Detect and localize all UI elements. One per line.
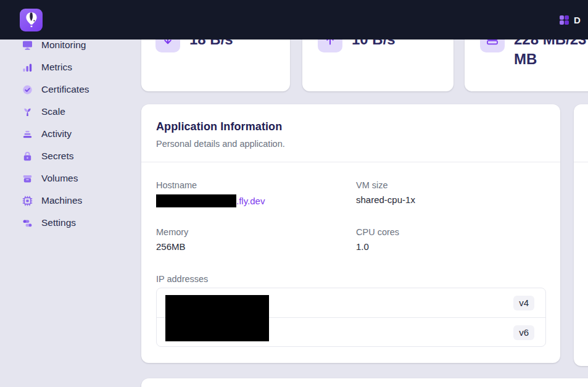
vm-size-field: VM size shared-cpu-1x [356,180,415,205]
hostname-value: .fly.dev [156,194,265,207]
sidebar-item-metrics[interactable]: Metrics [22,60,72,74]
ip-addresses-field: IP addresses [156,274,208,284]
card-header-divider [141,162,560,162]
navbar-right-label[interactable]: D [574,15,581,25]
lock-icon [22,151,33,162]
sidebar-item-label: Metrics [41,62,72,73]
memory-label: Memory [156,227,188,237]
card-title: Application Information [156,120,545,133]
hostname-field: Hostname .fly.dev [156,180,265,207]
navbar-right-group: D [560,15,581,25]
sidebar-item-certificates[interactable]: Certificates [22,83,89,96]
hostname-redacted-value [156,194,236,207]
ip-addresses-label: IP addresses [156,274,208,284]
grid-square [565,20,569,25]
sidebar-item-volumes[interactable]: Volumes [22,172,78,185]
cpu-cores-field: CPU cores 1.0 [356,227,399,252]
card-subtitle: Personal details and application. [156,139,545,149]
fly-balloon-logo-icon [24,12,39,28]
grid-square [560,15,564,20]
cpu-cores-value: 1.0 [356,241,399,252]
top-navbar: D [0,0,588,40]
monitor-icon [22,40,33,51]
sidebar-item-label: Machines [41,195,82,206]
sidebar-item-label: Settings [41,217,76,228]
sidebar-item-label: Activity [41,128,72,139]
check-badge-icon [22,85,33,95]
application-information-card: Application Information Personal details… [141,104,560,363]
sidebar-item-secrets[interactable]: Secrets [22,149,74,163]
sidebar-item-activity[interactable]: Activity [22,127,72,141]
ip-version-badge: v4 [513,296,534,310]
hostname-domain-link[interactable]: .fly.dev [236,196,265,206]
ip-version-badge: v6 [513,325,534,340]
sidebar-item-settings[interactable]: Settings [22,216,76,230]
bar-chart-icon [22,62,33,73]
vm-size-value: shared-cpu-1x [356,194,415,205]
right-card-divider [574,162,588,162]
bottom-partial-card [141,378,588,387]
application-information-header: Application Information Personal details… [141,104,560,149]
layers-icon [22,129,33,139]
fly-logo-button[interactable] [20,9,43,31]
hostname-label: Hostname [156,180,265,190]
stat-value-line2: MB [514,49,586,69]
sidebar-item-label: Certificates [41,84,89,95]
sidebar-item-label: Monitoring [41,40,86,51]
sidebar-item-scale[interactable]: Scale [22,105,65,119]
sidebar-item-label: Scale [41,106,65,117]
sidebar-item-machines[interactable]: Machines [22,194,82,207]
ip-redacted-values [165,295,269,341]
sidebar-item-label: Secrets [41,151,74,162]
right-partial-card [574,104,588,366]
sprout-icon [22,107,33,117]
vm-size-label: VM size [356,180,415,190]
memory-value: 256MB [156,241,188,252]
grid-square [565,15,569,20]
chip-icon [22,196,33,206]
toggles-icon [22,218,33,228]
ip-addresses-list: v4 v6 [156,288,546,347]
apps-grid-icon[interactable] [560,15,569,25]
archive-box-icon [22,173,33,184]
grid-square [560,20,564,25]
cpu-cores-label: CPU cores [356,227,399,237]
memory-field: Memory 256MB [156,227,188,252]
sidebar-item-label: Volumes [41,173,78,184]
sidebar-item-monitoring[interactable]: Monitoring [22,38,86,52]
